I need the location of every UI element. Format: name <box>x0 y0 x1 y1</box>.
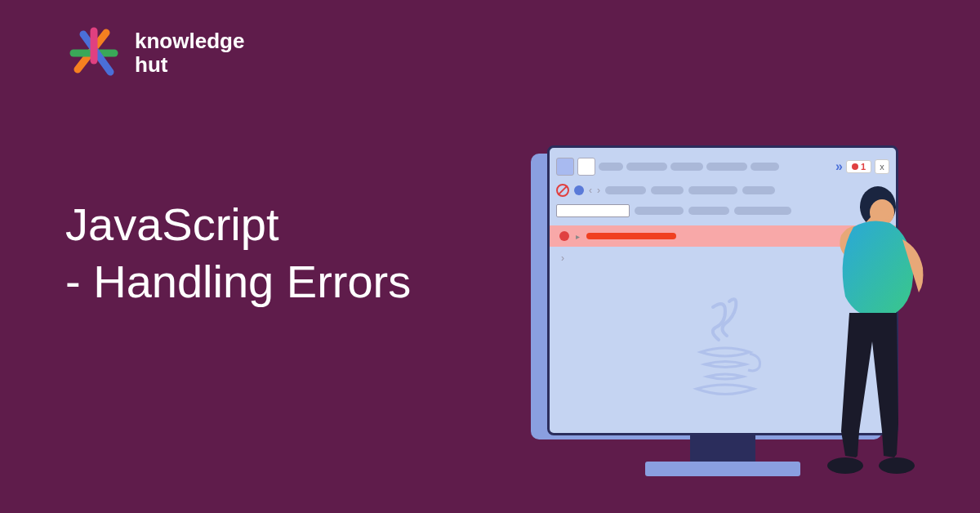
logo-icon <box>65 25 122 82</box>
brand-line-2: hut <box>135 53 244 77</box>
monitor-stand <box>690 435 755 464</box>
svg-point-3 <box>879 457 915 474</box>
more-tabs-icon: » <box>835 159 843 174</box>
confused-person-illustration <box>800 178 947 488</box>
java-logo-icon <box>684 295 766 409</box>
svg-point-2 <box>827 457 863 474</box>
error-dot-icon <box>852 163 858 170</box>
devtools-illustration: » 1 x ‹ › ▸ <box>523 145 947 497</box>
brand-line-1: knowledge <box>135 29 244 53</box>
filter-placeholder <box>742 186 775 194</box>
chevron-right-icon: › <box>597 185 600 196</box>
error-indicator-icon <box>559 231 569 241</box>
monitor-base <box>645 462 800 476</box>
tab-placeholder <box>599 163 623 171</box>
option-placeholder <box>734 207 791 215</box>
error-count: 1 <box>861 162 866 172</box>
devtools-toolbar: » 1 x <box>556 154 889 179</box>
option-placeholder <box>635 207 684 215</box>
error-count-badge: 1 <box>846 160 871 173</box>
title-line-1: JavaScript <box>65 196 411 253</box>
option-placeholder <box>688 207 729 215</box>
search-input <box>556 204 630 217</box>
chevron-left-icon: ‹ <box>589 185 592 196</box>
inspect-icon <box>556 158 574 176</box>
page-title: JavaScript - Handling Errors <box>65 196 411 310</box>
filter-placeholder <box>605 186 646 194</box>
filter-dot-icon <box>574 185 584 195</box>
filter-placeholder <box>651 186 684 194</box>
title-line-2: - Handling Errors <box>65 253 411 310</box>
tab-placeholder <box>670 163 703 171</box>
brand-logo: knowledge hut <box>65 25 244 82</box>
error-message-placeholder <box>586 233 676 239</box>
clear-console-icon <box>556 184 569 197</box>
expand-arrow-icon: ▸ <box>576 232 580 241</box>
tab-placeholder <box>706 163 747 171</box>
filter-placeholder <box>688 186 737 194</box>
console-prompt-icon: › <box>561 252 564 264</box>
brand-name: knowledge hut <box>135 29 244 76</box>
tab-placeholder <box>751 163 779 171</box>
close-icon: x <box>875 159 889 174</box>
device-icon <box>577 158 595 176</box>
tab-placeholder <box>626 163 667 171</box>
